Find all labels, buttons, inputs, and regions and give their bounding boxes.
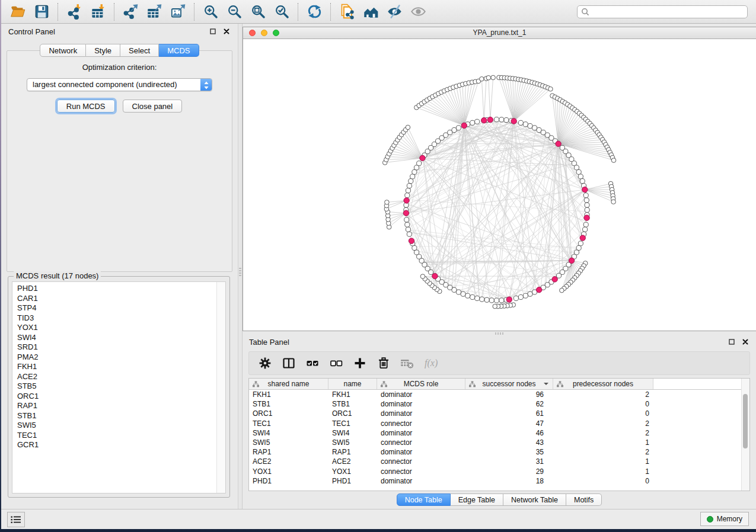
- table-scrollbar[interactable]: [741, 379, 749, 491]
- graph-mcds-node[interactable]: [403, 210, 409, 216]
- graph-leaf-node[interactable]: [611, 158, 616, 163]
- maximize-window-icon[interactable]: [273, 30, 279, 36]
- graph-mcds-node[interactable]: [461, 123, 467, 128]
- graph-mcds-node[interactable]: [409, 238, 414, 243]
- table-row[interactable]: SWI4SWI4dominator462: [249, 428, 749, 438]
- graph-node[interactable]: [412, 245, 417, 250]
- graph-node[interactable]: [470, 120, 475, 125]
- open-file-button[interactable]: [6, 2, 30, 22]
- mcds-list-item[interactable]: SWI5: [17, 421, 225, 431]
- table-row[interactable]: FKH1FKH1dominator962: [249, 390, 749, 399]
- graph-mcds-node[interactable]: [584, 215, 589, 220]
- graph-leaf-node[interactable]: [480, 76, 484, 81]
- graph-leaf-node[interactable]: [493, 304, 497, 309]
- graph-leaf-node[interactable]: [385, 200, 390, 205]
- graph-node[interactable]: [452, 127, 457, 132]
- graph-node[interactable]: [513, 296, 518, 300]
- graph-node[interactable]: [583, 193, 588, 198]
- graph-node[interactable]: [409, 179, 413, 184]
- mcds-list-item[interactable]: PMA2: [17, 352, 225, 363]
- graph-node[interactable]: [576, 169, 581, 174]
- column-header-MCDS-role[interactable]: MCDS role: [377, 379, 465, 389]
- graph-node[interactable]: [494, 117, 499, 122]
- graph-node[interactable]: [518, 294, 523, 299]
- import-table-button[interactable]: [86, 2, 110, 22]
- mcds-list-scrollbar[interactable]: [216, 282, 225, 493]
- graph-node[interactable]: [489, 298, 494, 303]
- graph-node[interactable]: [499, 117, 504, 122]
- graph-node[interactable]: [578, 174, 583, 179]
- graph-node[interactable]: [417, 161, 422, 166]
- search-networks-button[interactable]: [359, 2, 382, 22]
- graph-leaf-node[interactable]: [548, 86, 553, 91]
- select-all-button[interactable]: [304, 355, 320, 371]
- graph-node[interactable]: [406, 227, 410, 232]
- refresh-view-button[interactable]: [302, 2, 326, 22]
- export-table-button[interactable]: [142, 2, 166, 22]
- graph-node[interactable]: [414, 250, 419, 255]
- column-header-predecessor-nodes[interactable]: predecessor nodes: [553, 379, 653, 389]
- graph-node[interactable]: [528, 124, 532, 129]
- graph-node[interactable]: [532, 126, 537, 130]
- graph-node[interactable]: [578, 241, 583, 246]
- graph-node[interactable]: [585, 207, 589, 212]
- graph-node[interactable]: [456, 290, 461, 294]
- vertical-splitter[interactable]: [238, 24, 243, 509]
- column-header-name[interactable]: name: [328, 379, 377, 389]
- network-canvas[interactable]: [243, 39, 756, 331]
- graph-node[interactable]: [470, 294, 475, 299]
- graph-mcds-node[interactable]: [481, 118, 487, 123]
- graph-node[interactable]: [456, 126, 461, 130]
- graph-leaf-node[interactable]: [611, 200, 616, 204]
- graph-node[interactable]: [580, 179, 585, 184]
- table-row[interactable]: YOX1YOX1connector291: [249, 467, 749, 476]
- close-window-icon[interactable]: [249, 30, 256, 36]
- tab-select[interactable]: Select: [120, 44, 159, 57]
- tab-node-table[interactable]: Node Table: [397, 493, 451, 506]
- column-header-successor-nodes[interactable]: successor nodes: [465, 379, 553, 389]
- graph-node[interactable]: [407, 184, 412, 188]
- export-image-button[interactable]: [166, 2, 190, 22]
- share-document-button[interactable]: [335, 2, 359, 22]
- network-graph[interactable]: [243, 39, 756, 331]
- graph-node[interactable]: [404, 217, 409, 222]
- table-row[interactable]: RAP1RAP1dominator352: [249, 447, 749, 457]
- graph-node[interactable]: [584, 198, 589, 203]
- graph-node[interactable]: [475, 296, 480, 300]
- tab-motifs[interactable]: Motifs: [566, 493, 602, 506]
- graph-mcds-node[interactable]: [552, 277, 557, 282]
- graph-node[interactable]: [465, 293, 470, 298]
- graph-leaf-node[interactable]: [486, 75, 491, 80]
- tab-edge-table[interactable]: Edge Table: [451, 493, 503, 506]
- table-row[interactable]: SWI5SWI5connector431: [249, 438, 749, 447]
- run-mcds-button[interactable]: Run MCDS: [57, 100, 115, 113]
- minimize-window-icon[interactable]: [261, 30, 267, 36]
- graph-mcds-node[interactable]: [556, 141, 561, 146]
- mcds-list-item[interactable]: TID3: [17, 313, 225, 323]
- column-header-shared-name[interactable]: shared name: [249, 379, 328, 389]
- mcds-list-item[interactable]: FKH1: [17, 362, 225, 372]
- graph-node[interactable]: [475, 119, 480, 124]
- graph-mcds-node[interactable]: [511, 118, 516, 124]
- mcds-list-item[interactable]: GCR1: [17, 440, 225, 450]
- close-panel-icon[interactable]: [741, 338, 749, 346]
- graph-node[interactable]: [405, 222, 410, 227]
- graph-node[interactable]: [523, 122, 528, 127]
- table-row[interactable]: TEC1TEC1connector472: [249, 419, 749, 428]
- split-panel-button[interactable]: [280, 355, 296, 371]
- mcds-list-item[interactable]: STB1: [17, 411, 225, 421]
- mcds-list-item[interactable]: TEC1: [17, 431, 225, 441]
- memory-button[interactable]: Memory: [700, 512, 749, 526]
- graph-leaf-node[interactable]: [491, 75, 496, 80]
- graph-node[interactable]: [494, 298, 499, 303]
- zoom-selected-button[interactable]: [270, 2, 294, 22]
- graph-mcds-node[interactable]: [536, 287, 541, 293]
- close-panel-button[interactable]: Close panel: [123, 100, 183, 113]
- tab-style[interactable]: Style: [86, 44, 120, 57]
- settings-gear-button[interactable]: [257, 355, 273, 371]
- search-input[interactable]: [577, 5, 748, 18]
- graph-node[interactable]: [412, 169, 417, 174]
- mcds-list-item[interactable]: SWI4: [17, 333, 225, 343]
- graph-node[interactable]: [576, 245, 581, 250]
- mcds-list-item[interactable]: PHD1: [17, 284, 225, 294]
